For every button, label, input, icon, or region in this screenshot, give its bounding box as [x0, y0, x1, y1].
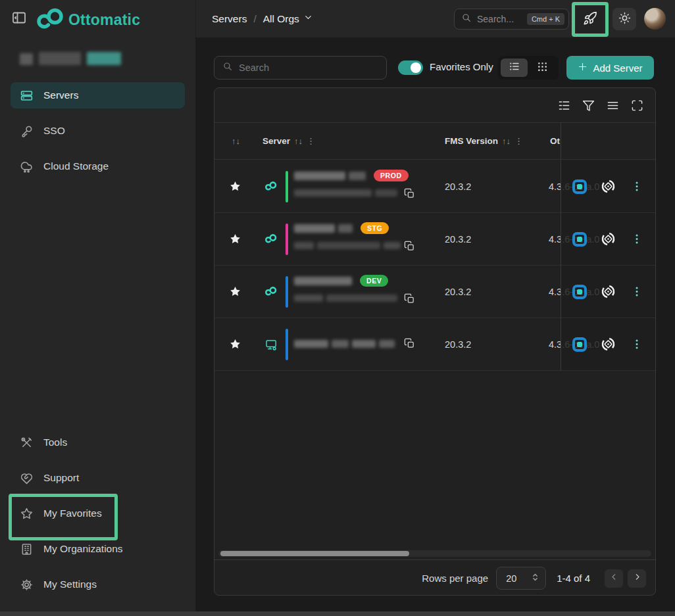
theme-toggle-button[interactable]: [612, 8, 636, 30]
monitor-server-icon: [265, 339, 278, 352]
table-header: ↑↓ Server ↑↓ ⋮ FMS Version ↑↓ ⋮ Ot: [214, 122, 655, 160]
scrollbar-thumb[interactable]: [220, 551, 409, 556]
org-selector[interactable]: All Orgs: [263, 12, 313, 25]
favorite-star-icon[interactable]: [229, 180, 241, 195]
sidebar-item-my-favorites[interactable]: My Favorites: [11, 502, 185, 525]
header-fms-version[interactable]: FMS Version ↑↓ ⋮: [445, 123, 523, 159]
tools-icon: [20, 436, 34, 450]
main-content: Search Favorites Only Add Server: [195, 37, 675, 611]
app: Ottomatic Servers / All Orgs Search... C…: [0, 0, 675, 616]
list-view-button[interactable]: [501, 59, 528, 77]
column-menu-icon[interactable]: ⋮: [307, 136, 315, 146]
sidebar-item-label: Cloud Storage: [43, 160, 109, 172]
sidebar-item-my-settings[interactable]: My Settings: [11, 573, 185, 596]
table-rows: PROD 20.3.2 4.3.6-beta.0: [214, 160, 655, 371]
env-badge: STG: [361, 222, 389, 234]
sidebar-item-cloud-storage[interactable]: Cloud Storage: [11, 153, 185, 179]
user-avatar[interactable]: [644, 8, 666, 30]
server-icon: [20, 89, 34, 103]
env-badge: DEV: [360, 275, 388, 287]
sidebar-item-label: Tools: [43, 437, 67, 448]
copy-icon[interactable]: [404, 188, 415, 202]
header-ot-label: Ot: [550, 136, 560, 146]
header-sort-all[interactable]: ↑↓: [232, 123, 240, 159]
table-row[interactable]: PROD 20.3.2 4.3.6-beta.0: [214, 160, 655, 213]
filemaker-app-icon[interactable]: [572, 337, 587, 352]
sidebar-collapse-button[interactable]: [10, 10, 28, 28]
table-row[interactable]: 20.3.2 4.3.6-beta.0: [214, 318, 655, 371]
rows-icon[interactable]: [607, 99, 619, 112]
app-logo: Ottomatic: [37, 7, 140, 34]
chevron-left-icon: [609, 572, 619, 584]
sort-icon: ↑↓: [502, 136, 511, 146]
rows-per-page-select[interactable]: 20: [496, 567, 546, 590]
table-row[interactable]: STG 20.3.2 4.3.6-beta.0: [214, 213, 655, 266]
admin-console-icon[interactable]: [601, 231, 616, 247]
breadcrumb-separator: /: [253, 13, 256, 25]
key-icon: [20, 124, 34, 138]
env-color-bar: [286, 329, 288, 360]
row-menu-icon[interactable]: [636, 181, 638, 191]
server-search-input[interactable]: Search: [214, 56, 387, 80]
env-badge: PROD: [374, 170, 409, 181]
filemaker-app-icon[interactable]: [572, 232, 587, 247]
env-color-bar: [286, 224, 288, 255]
app-logo-text: Ottomatic: [68, 11, 140, 29]
server-search-placeholder: Search: [239, 62, 269, 73]
next-page-button[interactable]: [628, 569, 646, 588]
ottomatic-logo-icon: [37, 7, 66, 34]
cloud-icon: [20, 160, 34, 174]
filemaker-app-icon[interactable]: [572, 285, 587, 299]
admin-console-icon[interactable]: [601, 179, 616, 194]
heart-handshake-icon: [20, 471, 34, 485]
copy-icon[interactable]: [404, 338, 415, 352]
row-menu-icon[interactable]: [636, 234, 638, 244]
sidebar-item-servers[interactable]: Servers: [11, 82, 185, 108]
header-server[interactable]: Server ↑↓ ⋮: [262, 123, 315, 159]
row-menu-icon[interactable]: [636, 339, 638, 349]
search-icon: [461, 12, 472, 26]
filemaker-app-icon[interactable]: [572, 179, 587, 194]
fullscreen-icon[interactable]: [631, 99, 643, 112]
sidebar-item-label: My Settings: [43, 579, 97, 590]
copy-icon[interactable]: [404, 293, 415, 307]
star-icon: [20, 507, 34, 521]
horizontal-scrollbar[interactable]: [218, 550, 651, 557]
header-server-label: Server: [262, 136, 290, 146]
previous-page-button[interactable]: [605, 569, 623, 588]
sidebar-item-sso[interactable]: SSO: [11, 118, 185, 144]
env-color-bar: [286, 171, 288, 202]
grid-view-icon: [537, 61, 548, 75]
global-search[interactable]: Search... Cmd + K: [454, 9, 569, 30]
grid-view-button[interactable]: [529, 59, 556, 77]
sidebar-item-tools[interactable]: Tools: [11, 431, 185, 454]
org-selector-label: All Orgs: [263, 13, 299, 25]
favorite-star-icon[interactable]: [229, 233, 241, 248]
add-server-button[interactable]: Add Server: [566, 56, 654, 80]
favorite-star-icon[interactable]: [229, 338, 241, 353]
table-row[interactable]: DEV 20.3.2 4.3.6-beta.0: [214, 266, 655, 318]
env-color-bar: [286, 276, 288, 308]
fms-version: 20.3.2: [445, 234, 471, 245]
sidebar-nav: Servers SSO Cloud Storage: [11, 82, 185, 189]
copy-icon[interactable]: [404, 241, 415, 254]
sidebar-item-my-organizations[interactable]: My Organizations: [11, 537, 185, 561]
row-menu-icon[interactable]: [636, 287, 638, 296]
filter-icon[interactable]: [582, 99, 595, 112]
rocket-button[interactable]: [576, 7, 604, 33]
building-icon: [20, 542, 34, 556]
chevron-right-icon: [632, 572, 642, 584]
favorite-star-icon[interactable]: [229, 285, 241, 300]
column-menu-icon[interactable]: ⋮: [514, 136, 523, 146]
favorites-only-toggle[interactable]: [398, 60, 423, 75]
columns-icon[interactable]: [558, 99, 570, 112]
bottom-edge-strip: [0, 611, 675, 616]
admin-console-icon[interactable]: [601, 284, 616, 299]
row-actions: [561, 266, 655, 318]
sidebar-item-support[interactable]: Support: [11, 466, 185, 490]
pagination-range: 1-4 of 4: [557, 573, 590, 584]
plus-icon: [578, 62, 588, 74]
header-ot-version[interactable]: Ot: [550, 123, 560, 159]
sun-icon: [618, 12, 631, 27]
admin-console-icon[interactable]: [601, 337, 616, 352]
